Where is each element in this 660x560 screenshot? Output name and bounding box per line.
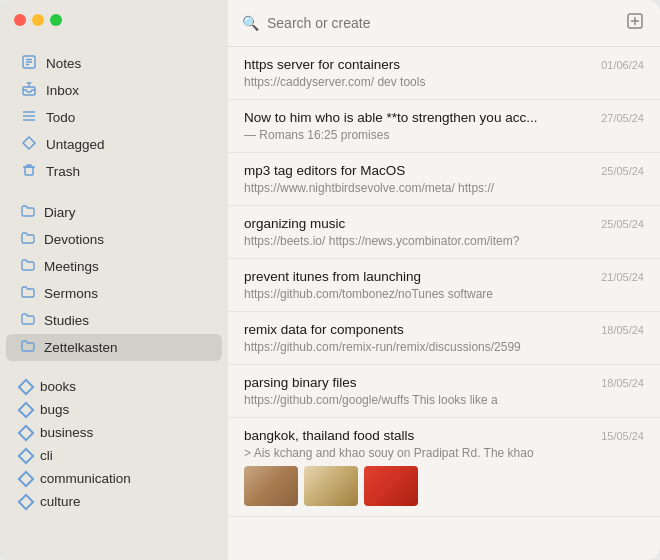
notes-list: https server for containers 01/06/24 htt… (228, 47, 660, 560)
sidebar-item-diary[interactable]: Diary (6, 199, 222, 226)
sidebar-item-label: Meetings (44, 259, 99, 274)
close-button[interactable] (14, 14, 26, 26)
sidebar-item-untagged[interactable]: Untagged (6, 131, 222, 158)
note-thumbnail (364, 466, 418, 506)
svg-rect-8 (25, 167, 33, 175)
sidebar-item-label: Studies (44, 313, 89, 328)
note-item[interactable]: prevent itunes from launching 21/05/24 h… (228, 259, 660, 312)
folder-icon (20, 257, 36, 276)
sidebar-item-label: Untagged (46, 137, 105, 152)
note-header: https server for containers 01/06/24 (244, 57, 644, 72)
note-date: 25/05/24 (601, 165, 644, 177)
note-date: 18/05/24 (601, 324, 644, 336)
tag-label: communication (40, 471, 131, 486)
note-item[interactable]: mp3 tag editors for MacOS 25/05/24 https… (228, 153, 660, 206)
note-item[interactable]: bangkok, thailand food stalls 15/05/24 >… (228, 418, 660, 517)
tag-diamond-icon (18, 470, 35, 487)
note-header: Now to him who is able **to strengthen y… (244, 110, 644, 125)
note-thumbnail (304, 466, 358, 506)
note-preview: https://caddyserver.com/ dev tools (244, 75, 644, 89)
tag-diamond-icon (18, 378, 35, 395)
note-title: Now to him who is able **to strengthen y… (244, 110, 593, 125)
note-date: 27/05/24 (601, 112, 644, 124)
tag-diamond-icon (18, 424, 35, 441)
note-header: prevent itunes from launching 21/05/24 (244, 269, 644, 284)
note-preview: https://beets.io/ https://news.ycombinat… (244, 234, 644, 248)
app-window: NotesInboxTodoUntaggedTrash DiaryDevotio… (0, 0, 660, 560)
sidebar-item-devotions[interactable]: Devotions (6, 226, 222, 253)
note-preview: https://github.com/remix-run/remix/discu… (244, 340, 644, 354)
tag-diamond-icon (18, 493, 35, 510)
sidebar: NotesInboxTodoUntaggedTrash DiaryDevotio… (0, 0, 228, 560)
tag-label: cli (40, 448, 53, 463)
search-input[interactable] (267, 15, 616, 31)
note-preview: — Romans 16:25 promises (244, 128, 644, 142)
folder-icon (20, 338, 36, 357)
sidebar-item-label: Diary (44, 205, 76, 220)
sidebar-item-label: Devotions (44, 232, 104, 247)
sidebar-item-label: Sermons (44, 286, 98, 301)
note-preview: https://www.nightbirdsevolve.com/meta/ h… (244, 181, 644, 195)
note-item[interactable]: parsing binary files 18/05/24 https://gi… (228, 365, 660, 418)
tag-label: books (40, 379, 76, 394)
sidebar-item-label: Inbox (46, 83, 79, 98)
sidebar-tag-cli[interactable]: cli (6, 444, 222, 467)
note-date: 25/05/24 (601, 218, 644, 230)
sidebar-item-label: Zettelkasten (44, 340, 118, 355)
sidebar-tag-bugs[interactable]: bugs (6, 398, 222, 421)
sidebar-item-label: Notes (46, 56, 81, 71)
note-item[interactable]: https server for containers 01/06/24 htt… (228, 47, 660, 100)
tag-diamond-icon (18, 401, 35, 418)
folder-icon (20, 203, 36, 222)
note-item[interactable]: Now to him who is able **to strengthen y… (228, 100, 660, 153)
search-bar: 🔍 (228, 0, 660, 47)
note-header: parsing binary files 18/05/24 (244, 375, 644, 390)
sidebar-item-zettelkasten[interactable]: Zettelkasten (6, 334, 222, 361)
note-thumbnail (244, 466, 298, 506)
todo-icon (20, 108, 38, 127)
sidebar-item-notes[interactable]: Notes (6, 50, 222, 77)
maximize-button[interactable] (50, 14, 62, 26)
note-item[interactable]: remix data for components 18/05/24 https… (228, 312, 660, 365)
sidebar-item-sermons[interactable]: Sermons (6, 280, 222, 307)
sidebar-item-inbox[interactable]: Inbox (6, 77, 222, 104)
sidebar-item-label: Todo (46, 110, 75, 125)
sidebar-item-studies[interactable]: Studies (6, 307, 222, 334)
note-date: 18/05/24 (601, 377, 644, 389)
note-date: 15/05/24 (601, 430, 644, 442)
folder-icon (20, 284, 36, 303)
svg-rect-4 (23, 87, 35, 95)
tag-label: culture (40, 494, 81, 509)
sidebar-item-meetings[interactable]: Meetings (6, 253, 222, 280)
note-header: remix data for components 18/05/24 (244, 322, 644, 337)
note-title: remix data for components (244, 322, 593, 337)
trash-icon (20, 162, 38, 181)
note-title: https server for containers (244, 57, 593, 72)
note-title: bangkok, thailand food stalls (244, 428, 593, 443)
search-icon: 🔍 (242, 15, 259, 31)
note-title: parsing binary files (244, 375, 593, 390)
note-title: organizing music (244, 216, 593, 231)
folders-section: DiaryDevotionsMeetingsSermonsStudiesZett… (0, 197, 228, 363)
note-item[interactable]: organizing music 25/05/24 https://beets.… (228, 206, 660, 259)
sidebar-item-todo[interactable]: Todo (6, 104, 222, 131)
system-section: NotesInboxTodoUntaggedTrash (0, 48, 228, 187)
new-note-button[interactable] (624, 10, 646, 36)
tag-label: business (40, 425, 93, 440)
inbox-icon (20, 81, 38, 100)
note-title: prevent itunes from launching (244, 269, 593, 284)
sidebar-tag-books[interactable]: books (6, 375, 222, 398)
note-preview: https://github.com/google/wuffs This loo… (244, 393, 644, 407)
note-date: 01/06/24 (601, 59, 644, 71)
folder-icon (20, 311, 36, 330)
sidebar-tag-business[interactable]: business (6, 421, 222, 444)
note-title: mp3 tag editors for MacOS (244, 163, 593, 178)
note-images (244, 466, 644, 506)
sidebar-tag-communication[interactable]: communication (6, 467, 222, 490)
main-content: 🔍 https server for containers 01/06/24 h… (228, 0, 660, 560)
sidebar-item-trash[interactable]: Trash (6, 158, 222, 185)
minimize-button[interactable] (32, 14, 44, 26)
sidebar-tag-culture[interactable]: culture (6, 490, 222, 513)
untagged-icon (20, 135, 38, 154)
note-header: bangkok, thailand food stalls 15/05/24 (244, 428, 644, 443)
